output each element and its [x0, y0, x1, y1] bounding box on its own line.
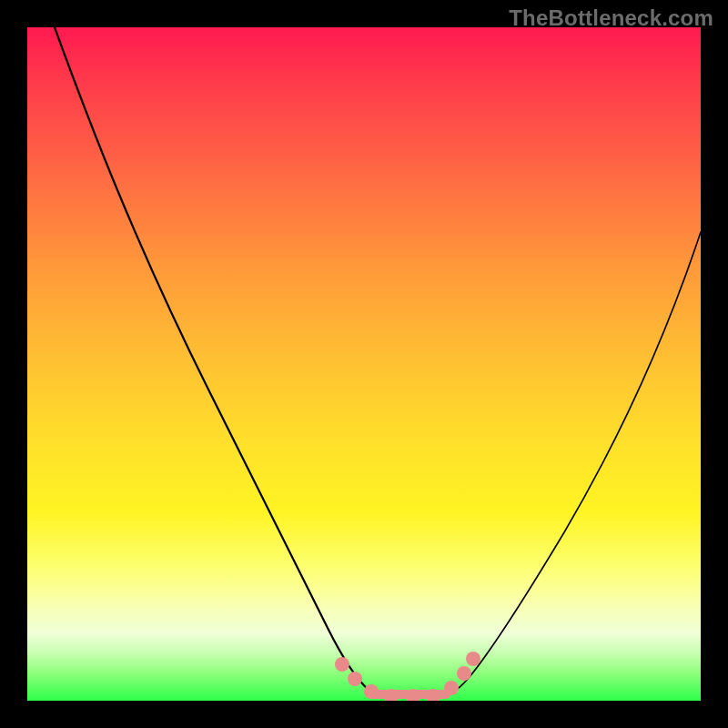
chart-marker	[364, 684, 379, 699]
curve-right-branch	[439, 232, 701, 698]
chart-marker	[348, 672, 362, 686]
curve-left-branch	[55, 27, 389, 698]
chart-svg	[27, 27, 701, 701]
chart-frame: TheBottleneck.com	[0, 0, 728, 728]
chart-marker	[335, 657, 349, 672]
chart-marker	[444, 681, 459, 695]
chart-marker	[466, 652, 480, 666]
watermark-text: TheBottleneck.com	[509, 5, 713, 31]
chart-marker	[457, 666, 471, 681]
chart-plot-area	[27, 27, 701, 701]
